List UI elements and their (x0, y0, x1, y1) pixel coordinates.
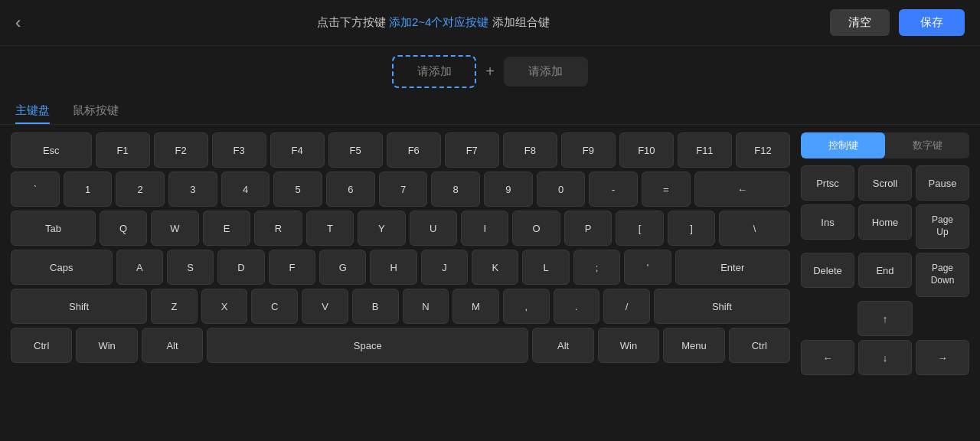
key-pagedown[interactable]: PageDown (916, 253, 969, 297)
fn-row: Esc F1 F2 F3 F4 F5 F6 F7 F8 F9 F10 F11 F… (11, 132, 790, 168)
key-4[interactable]: 4 (221, 172, 270, 207)
key-enter[interactable]: Enter (675, 250, 790, 285)
key-y[interactable]: Y (358, 211, 405, 246)
key-backtick[interactable]: ` (11, 172, 60, 207)
key-rbracket[interactable]: ] (668, 211, 715, 246)
key-slot-2[interactable]: 请添加 (504, 57, 588, 87)
key-t[interactable]: T (306, 211, 354, 246)
panel-tab-numpad[interactable]: 数字键 (885, 132, 969, 158)
key-pause[interactable]: Pause (916, 165, 969, 201)
key-f8[interactable]: F8 (503, 132, 557, 168)
key-1[interactable]: 1 (64, 172, 113, 207)
key-equals[interactable]: = (642, 172, 691, 207)
title-suffix: 添加组合键 (488, 15, 549, 28)
key-lbracket[interactable]: [ (616, 211, 663, 246)
key-up-arrow[interactable]: ↑ (858, 301, 912, 336)
key-pageup[interactable]: PageUp (916, 204, 969, 249)
key-esc[interactable]: Esc (11, 132, 92, 168)
key-f9[interactable]: F9 (561, 132, 616, 168)
key-backspace[interactable]: ← (694, 172, 790, 207)
key-j[interactable]: J (421, 250, 468, 285)
key-8[interactable]: 8 (431, 172, 480, 207)
key-comma[interactable]: , (503, 289, 550, 324)
key-f1[interactable]: F1 (96, 132, 150, 168)
key-left-arrow[interactable]: ← (801, 340, 854, 375)
key-e[interactable]: E (203, 211, 250, 246)
key-m[interactable]: M (452, 289, 499, 324)
key-shift-right[interactable]: Shift (654, 289, 790, 324)
clear-button[interactable]: 清空 (830, 9, 890, 36)
key-f5[interactable]: F5 (328, 132, 383, 168)
panel-tabs: 控制键 数字键 (801, 132, 969, 158)
key-slash[interactable]: / (603, 289, 650, 324)
key-f3[interactable]: F3 (212, 132, 266, 168)
key-f11[interactable]: F11 (678, 132, 732, 168)
key-alt-left[interactable]: Alt (142, 328, 203, 363)
key-n[interactable]: N (403, 289, 449, 324)
key-w[interactable]: W (151, 211, 198, 246)
key-caps[interactable]: Caps (11, 250, 113, 285)
key-9[interactable]: 9 (484, 172, 533, 207)
key-win-right[interactable]: Win (598, 328, 659, 363)
key-right-arrow[interactable]: → (916, 340, 969, 375)
key-quote[interactable]: ' (624, 250, 671, 285)
tab-mouse-keys[interactable]: 鼠标按键 (73, 97, 119, 124)
key-i[interactable]: I (461, 211, 508, 246)
key-5[interactable]: 5 (273, 172, 322, 207)
key-2[interactable]: 2 (116, 172, 165, 207)
key-a[interactable]: A (116, 250, 163, 285)
key-backslash[interactable]: \ (719, 211, 790, 246)
key-end[interactable]: End (858, 253, 912, 288)
key-tab[interactable]: Tab (11, 211, 96, 246)
key-b[interactable]: B (352, 289, 399, 324)
key-f7[interactable]: F7 (445, 132, 499, 168)
key-period[interactable]: . (554, 289, 600, 324)
key-r[interactable]: R (254, 211, 302, 246)
key-delete[interactable]: Delete (801, 253, 854, 288)
key-prtsc[interactable]: Prtsc (801, 165, 854, 201)
key-scroll[interactable]: Scroll (858, 165, 912, 201)
key-f4[interactable]: F4 (270, 132, 325, 168)
key-k[interactable]: K (472, 250, 518, 285)
key-s[interactable]: S (167, 250, 214, 285)
key-ctrl-left[interactable]: Ctrl (11, 328, 72, 363)
key-6[interactable]: 6 (326, 172, 375, 207)
key-slot-1[interactable]: 请添加 (392, 55, 476, 88)
key-f12[interactable]: F12 (736, 132, 790, 168)
panel-tab-control[interactable]: 控制键 (801, 132, 885, 158)
key-ins[interactable]: Ins (801, 204, 854, 240)
key-minus[interactable]: - (589, 172, 638, 207)
key-3[interactable]: 3 (168, 172, 217, 207)
key-alt-right[interactable]: Alt (532, 328, 593, 363)
key-g[interactable]: G (319, 250, 366, 285)
key-q[interactable]: Q (100, 211, 147, 246)
back-button[interactable]: ‹ (15, 13, 21, 33)
key-home[interactable]: Home (858, 204, 912, 240)
key-shift-left[interactable]: Shift (11, 289, 147, 324)
key-f6[interactable]: F6 (387, 132, 441, 168)
key-down-arrow[interactable]: ↓ (858, 340, 912, 375)
key-v[interactable]: V (302, 289, 348, 324)
tab-main-keyboard[interactable]: 主键盘 (15, 97, 50, 124)
key-win-left[interactable]: Win (76, 328, 137, 363)
key-ctrl-right[interactable]: Ctrl (729, 328, 790, 363)
key-f[interactable]: F (269, 250, 315, 285)
key-space[interactable]: Space (207, 328, 528, 363)
key-7[interactable]: 7 (379, 172, 428, 207)
key-d[interactable]: D (217, 250, 264, 285)
key-h[interactable]: H (370, 250, 416, 285)
key-semicolon[interactable]: ; (573, 250, 620, 285)
key-menu[interactable]: Menu (663, 328, 724, 363)
key-l[interactable]: L (522, 250, 569, 285)
key-f2[interactable]: F2 (154, 132, 208, 168)
key-o[interactable]: O (512, 211, 560, 246)
key-p[interactable]: P (564, 211, 612, 246)
key-c[interactable]: C (251, 289, 298, 324)
key-u[interactable]: U (410, 211, 457, 246)
key-z[interactable]: Z (151, 289, 198, 324)
key-x[interactable]: X (201, 289, 248, 324)
save-button[interactable]: 保存 (899, 9, 965, 36)
key-0[interactable]: 0 (537, 172, 586, 207)
tabs: 主键盘 鼠标按键 (0, 97, 980, 125)
key-f10[interactable]: F10 (619, 132, 674, 168)
